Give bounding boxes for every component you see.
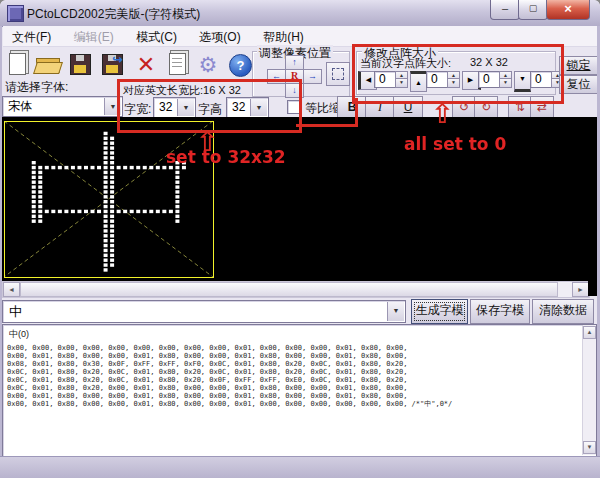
output-header: 中(0) — [3, 325, 596, 341]
spin-down-icon: ▼ — [499, 78, 512, 89]
chevron-down-icon[interactable]: ▼ — [104, 98, 121, 115]
char-height-combobox[interactable]: 32 ▼ — [226, 97, 269, 118]
char-height-label: 字高 — [198, 101, 222, 118]
chevron-down-icon[interactable]: ▼ — [177, 99, 194, 116]
hex-line: 0x08, 0x01, 0x80, 0x30, 0x0F, 0xFF, 0xFF… — [7, 360, 596, 368]
scrollbar-corner — [588, 281, 597, 296]
document-lines-icon — [169, 53, 186, 75]
rotate-left-button[interactable]: ↺ — [452, 96, 476, 119]
window-title: PCtoLCD2002完美版-(字符模式) — [27, 6, 200, 23]
scroll-left-button[interactable]: ◄ — [3, 282, 20, 297]
scroll-down-button[interactable]: ▼ — [583, 441, 596, 454]
trim-left-icon: ◀ — [366, 76, 371, 83]
maximize-button[interactable]: ▢ — [518, 0, 548, 20]
char-input-combobox[interactable]: 中 ▼ — [2, 300, 406, 323]
hex-line: 0x00, 0x00, 0x00, 0x00, 0x00, 0x00, 0x00… — [7, 344, 596, 352]
italic-button[interactable]: I — [365, 96, 395, 119]
menu-file[interactable]: 文件(F) — [3, 26, 60, 46]
menu-edit: 编辑(E) — [65, 26, 123, 46]
move-left-button[interactable]: ← — [267, 69, 286, 84]
new-file-button[interactable] — [4, 50, 32, 82]
save-font-button[interactable]: 保存字模 — [470, 299, 530, 324]
menu-options[interactable]: 选项(O) — [190, 26, 249, 46]
font-combobox[interactable]: 宋体 ▼ — [2, 96, 123, 117]
output-textarea[interactable]: 中(0) 0x00, 0x00, 0x00, 0x00, 0x00, 0x00,… — [2, 324, 597, 458]
english-ratio-label: 对应英文长宽比:16 X 32 — [123, 83, 241, 98]
new-file-icon — [9, 53, 26, 75]
chevron-down-icon[interactable]: ▼ — [387, 302, 404, 321]
rotate-right-icon: ↻ — [481, 100, 491, 114]
help-button[interactable]: ? — [226, 50, 254, 82]
dotted-square-icon — [332, 68, 344, 80]
bold-button[interactable]: B — [337, 96, 367, 119]
clear-data-button[interactable]: 清除数据 — [532, 299, 594, 324]
select-area-button[interactable] — [326, 62, 350, 86]
right-arrow-icon: → — [308, 71, 317, 81]
underline-button[interactable]: U — [393, 96, 423, 119]
title-bar[interactable]: PCtoLCD2002完美版-(字符模式) – ▢ × — [0, 0, 600, 27]
scrollbar-thumb[interactable] — [20, 282, 558, 297]
horizontal-scrollbar[interactable]: ◄ ► — [2, 281, 590, 298]
char-width-label: 字宽: — [124, 101, 151, 118]
matrix-current-label: 当前汉字点阵大小: — [360, 56, 451, 71]
scale-checkbox[interactable] — [287, 100, 301, 114]
spin-down-icon: ▼ — [395, 78, 408, 89]
trim-top-button[interactable]: ▲ — [410, 71, 427, 92]
reset-position-button[interactable]: R — [285, 69, 304, 84]
hex-line: 0x0C, 0x01, 0x80, 0x20, 0x0C, 0x01, 0x80… — [7, 368, 596, 376]
trim-left-spinner[interactable]: ▲▼ — [395, 71, 406, 88]
left-arrow-icon: ← — [272, 71, 281, 81]
save-icon — [70, 54, 91, 75]
lock-button[interactable]: 锁定 — [559, 56, 598, 75]
trim-bottom-button[interactable]: ▼ — [514, 71, 531, 92]
move-up-button[interactable]: ↑ — [285, 55, 304, 70]
char-width-combobox[interactable]: 32 ▼ — [153, 97, 196, 118]
rotate-left-icon: ↺ — [459, 100, 469, 114]
trim-top-value[interactable]: 0 — [426, 71, 449, 88]
trim-bottom-icon: ▼ — [519, 75, 526, 82]
minimize-button[interactable]: – — [490, 0, 520, 20]
select-font-label: 请选择字体: — [5, 79, 68, 96]
dot-matrix-canvas[interactable] — [2, 117, 597, 281]
menu-bar: 文件(F) 编辑(E) 模式(C) 选项(O) 帮助(H) — [3, 26, 597, 47]
save-button[interactable] — [66, 50, 94, 82]
app-window: PCtoLCD2002完美版-(字符模式) – ▢ × 文件(F) 编辑(E) … — [0, 0, 600, 478]
rotate-right-button[interactable]: ↻ — [474, 96, 498, 119]
flip-horizontal-button[interactable]: ⇄ — [530, 96, 554, 119]
flip-vertical-button[interactable]: ⇅ — [508, 96, 532, 119]
save-as-button[interactable]: ↪ — [98, 50, 126, 82]
reset-button[interactable]: 复位 — [559, 75, 598, 94]
delete-button[interactable]: ✕ — [132, 50, 160, 82]
scroll-up-button[interactable]: ▲ — [583, 326, 596, 339]
trim-top-spinner[interactable]: ▲▼ — [447, 71, 458, 88]
close-button[interactable]: × — [546, 0, 590, 20]
vertical-scrollbar[interactable]: ▲ ▼ — [582, 325, 596, 455]
move-right-button[interactable]: → — [303, 69, 322, 84]
matrix-current-value: 32 X 32 — [470, 56, 508, 68]
hex-line: 0x0C, 0x01, 0x80, 0x20, 0x0C, 0x01, 0x80… — [7, 376, 596, 384]
trim-bottom-value[interactable]: 0 — [530, 71, 553, 88]
char-input-value: 中 — [9, 304, 22, 319]
generate-font-button[interactable]: 生成字模 — [411, 299, 468, 324]
scroll-right-button[interactable]: ► — [572, 282, 589, 297]
view-code-button[interactable] — [164, 50, 192, 82]
settings-button[interactable]: ⚙ — [194, 50, 222, 82]
open-file-button[interactable] — [34, 50, 62, 82]
move-down-button[interactable]: ↓ — [285, 83, 304, 98]
hex-line: 0x0C, 0x01, 0x80, 0x20, 0x00, 0x01, 0x80… — [7, 384, 596, 392]
output-hex-block: 0x00, 0x00, 0x00, 0x00, 0x00, 0x00, 0x00… — [3, 341, 596, 408]
menu-help[interactable]: 帮助(H) — [254, 26, 313, 46]
char-height-value: 32 — [232, 100, 245, 114]
flip-horizontal-icon: ⇄ — [537, 100, 547, 114]
delete-x-icon: ✕ — [137, 52, 155, 77]
menu-mode[interactable]: 模式(C) — [127, 26, 186, 46]
hex-line: 0x00, 0x01, 0x80, 0x00, 0x00, 0x01, 0x80… — [7, 352, 596, 360]
arrow-overlay-icon: ↪ — [112, 52, 123, 67]
hex-line: 0x00, 0x01, 0x80, 0x00, 0x00, 0x01, 0x80… — [7, 400, 596, 408]
trim-right-spinner[interactable]: ▲▼ — [499, 71, 510, 88]
chevron-down-icon[interactable]: ▼ — [250, 99, 267, 116]
font-value: 宋体 — [8, 99, 32, 113]
trim-left-value[interactable]: 0 — [374, 71, 397, 88]
window-border-left — [0, 26, 2, 458]
trim-right-value[interactable]: 0 — [478, 71, 501, 88]
